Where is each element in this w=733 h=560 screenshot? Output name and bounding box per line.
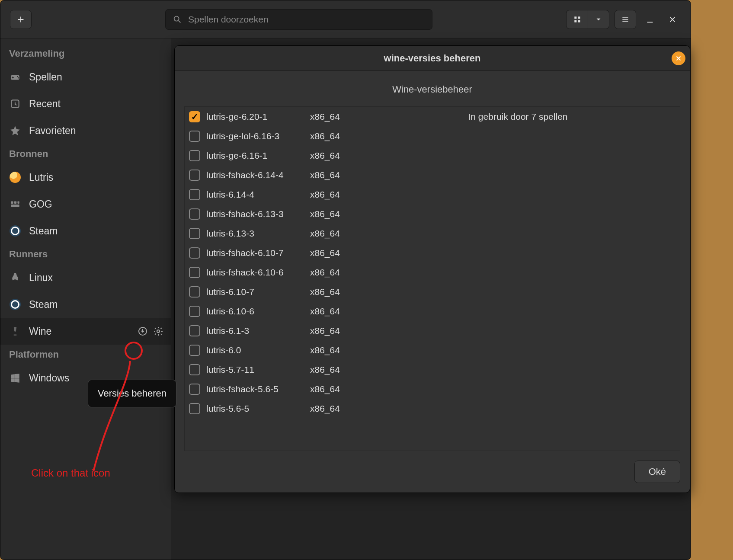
version-checkbox[interactable] [189, 208, 200, 220]
close-window-button[interactable] [664, 11, 681, 28]
close-icon [668, 15, 677, 24]
sidebar-item-steam[interactable]: Steam [0, 291, 171, 318]
svg-rect-9 [11, 202, 13, 204]
sidebar-item-lutris[interactable]: Lutris [0, 164, 171, 191]
sidebar-item-label: Recent [29, 98, 61, 110]
dialog-subtitle: Wine-versiebeheer [175, 71, 690, 106]
version-checkbox[interactable] [189, 364, 200, 375]
svg-rect-12 [11, 205, 19, 207]
view-dropdown-button[interactable] [588, 10, 609, 29]
version-checkbox[interactable] [189, 267, 200, 278]
version-row[interactable]: lutris-fshack-6.14-4x86_64 [185, 165, 680, 185]
version-name: lutris-ge-6.16-1 [206, 150, 310, 161]
version-checkbox[interactable] [189, 228, 200, 239]
version-row[interactable]: lutris-ge-6.20-1x86_64In gebruik door 7 … [185, 107, 680, 126]
sidebar-item-favorieten[interactable]: Favorieten [0, 117, 171, 144]
version-row[interactable]: lutris-5.7-11x86_64 [185, 360, 680, 379]
version-arch: x86_64 [310, 170, 358, 180]
version-row[interactable]: lutris-6.14-4x86_64 [185, 185, 680, 204]
version-name: lutris-6.10-6 [206, 306, 310, 317]
sidebar-item-steam[interactable]: Steam [0, 218, 171, 244]
version-checkbox[interactable] [189, 131, 200, 142]
sidebar-item-label: GOG [29, 198, 52, 210]
sidebar-item-label: Spellen [29, 71, 62, 83]
wine-versions-dialog: wine-versies beheren Wine-versiebeheer l… [174, 45, 690, 493]
version-arch: x86_64 [310, 131, 358, 141]
dialog-title-bar: wine-versies beheren [175, 46, 690, 71]
version-row[interactable]: lutris-6.10-7x86_64 [185, 282, 680, 301]
download-icon [138, 326, 148, 336]
version-checkbox[interactable] [189, 345, 200, 356]
ok-button[interactable]: Oké [634, 461, 680, 483]
version-arch: x86_64 [310, 287, 358, 297]
version-name: lutris-6.10-7 [206, 287, 310, 297]
version-row[interactable]: lutris-fshack-6.10-7x86_64 [185, 243, 680, 262]
linux-icon [9, 272, 21, 284]
clock-icon [9, 98, 21, 110]
version-checkbox[interactable] [189, 150, 200, 161]
minimize-icon [645, 15, 655, 24]
gamepad-icon [9, 71, 21, 83]
version-checkbox[interactable] [189, 384, 200, 395]
grid-view-button[interactable] [566, 10, 588, 29]
search-icon [173, 15, 182, 24]
steam-icon [9, 298, 21, 310]
annotation-text: Click on that icon [31, 467, 110, 479]
version-name: lutris-fshack-6.10-6 [206, 267, 310, 278]
add-button[interactable] [10, 10, 32, 29]
minimize-button[interactable] [641, 11, 659, 28]
version-row[interactable]: lutris-ge-lol-6.16-3x86_64 [185, 126, 680, 146]
lutris-icon [9, 171, 21, 183]
section-collection: Verzameling [0, 44, 171, 64]
svg-rect-3 [574, 20, 576, 22]
sidebar-item-label: Steam [29, 225, 58, 237]
version-row[interactable]: lutris-ge-6.16-1x86_64 [185, 146, 680, 165]
sidebar-item-recent[interactable]: Recent [0, 90, 171, 117]
sidebar-item-label: Lutris [29, 172, 53, 183]
version-name: lutris-5.7-11 [206, 365, 310, 375]
menu-button[interactable] [615, 10, 636, 29]
version-row[interactable]: lutris-6.13-3x86_64 [185, 224, 680, 243]
version-note: In gebruik door 7 spellen [358, 112, 678, 122]
version-checkbox[interactable] [189, 325, 200, 336]
sidebar-item-spellen[interactable]: Spellen [0, 64, 171, 90]
dialog-close-button[interactable] [672, 51, 685, 65]
runner-settings-button[interactable] [152, 325, 165, 338]
sidebar-item-linux[interactable]: Linux [0, 264, 171, 291]
version-checkbox[interactable] [189, 111, 200, 122]
sidebar-item-label: Favorieten [29, 125, 76, 137]
sidebar-item-wine[interactable]: Wine [0, 318, 171, 345]
version-row[interactable]: lutris-6.10-6x86_64 [185, 301, 680, 321]
version-checkbox[interactable] [189, 286, 200, 298]
sidebar-item-gog[interactable]: GOG [0, 191, 171, 218]
steam-icon [9, 225, 21, 237]
version-arch: x86_64 [310, 384, 358, 394]
version-row[interactable]: lutris-fshack-6.10-6x86_64 [185, 262, 680, 282]
version-checkbox[interactable] [189, 189, 200, 200]
svg-point-14 [157, 330, 160, 333]
tooltip: Versies beheren [88, 380, 176, 407]
version-row[interactable]: lutris-6.0x86_64 [185, 340, 680, 360]
version-name: lutris-5.6-5 [206, 403, 310, 414]
version-row[interactable]: lutris-5.6-5x86_64 [185, 399, 680, 418]
version-list[interactable]: lutris-ge-6.20-1x86_64In gebruik door 7 … [184, 106, 680, 451]
section-platforms: Platformen [0, 345, 171, 365]
version-checkbox[interactable] [189, 247, 200, 259]
manage-versions-button[interactable] [136, 325, 149, 338]
gear-icon [153, 326, 163, 336]
version-checkbox[interactable] [189, 306, 200, 317]
version-checkbox[interactable] [189, 403, 200, 414]
version-row[interactable]: lutris-fshack-5.6-5x86_64 [185, 379, 680, 399]
version-checkbox[interactable] [189, 170, 200, 181]
search-input[interactable]: Spellen doorzoeken [165, 9, 432, 30]
hamburger-icon [621, 15, 630, 24]
version-row[interactable]: lutris-fshack-6.13-3x86_64 [185, 204, 680, 224]
version-row[interactable]: lutris-6.1-3x86_64 [185, 321, 680, 340]
sidebar-item-label: Linux [29, 272, 53, 284]
windows-icon [9, 372, 21, 384]
version-name: lutris-ge-lol-6.16-3 [206, 131, 310, 141]
annotation-circle [125, 342, 143, 360]
version-name: lutris-fshack-6.13-3 [206, 209, 310, 219]
svg-point-6 [17, 76, 18, 77]
sidebar-item-label: Steam [29, 299, 58, 310]
